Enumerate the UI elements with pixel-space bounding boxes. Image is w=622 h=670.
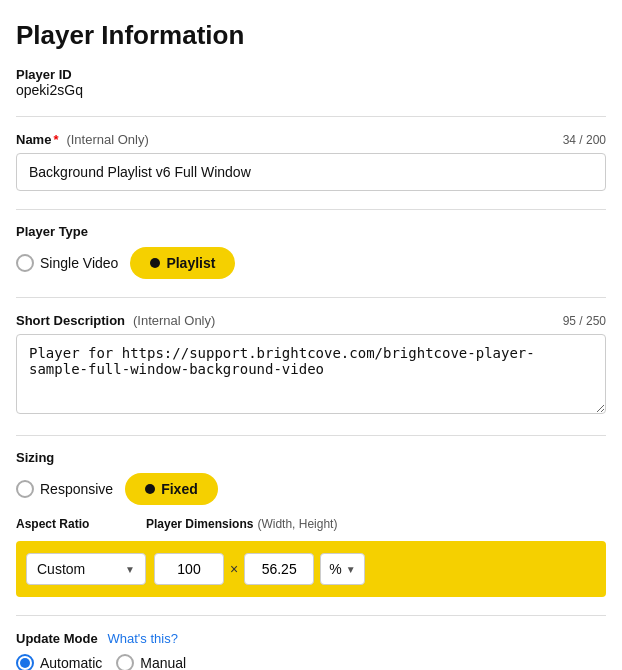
short-description-section: Short Description (Internal Only) 95 / 2… xyxy=(16,312,606,417)
update-mode-label: Update Mode xyxy=(16,631,98,646)
player-type-row: Single Video Playlist xyxy=(16,247,606,279)
fixed-label: Fixed xyxy=(161,481,198,497)
radio-automatic[interactable]: Automatic xyxy=(16,654,102,670)
radio-single-video[interactable]: Single Video xyxy=(16,254,118,272)
radio-responsive[interactable]: Responsive xyxy=(16,480,113,498)
radio-fixed-button[interactable]: Fixed xyxy=(125,473,218,505)
name-row: Name* (Internal Only) 34 / 200 xyxy=(16,131,606,147)
radio-responsive-circle xyxy=(16,480,34,498)
width-input[interactable] xyxy=(154,553,224,585)
radio-manual-circle xyxy=(116,654,134,670)
radio-automatic-circle xyxy=(16,654,34,670)
player-id-label: Player ID xyxy=(16,67,606,82)
height-input[interactable] xyxy=(244,553,314,585)
sizing-label: Sizing xyxy=(16,450,606,465)
unit-select[interactable]: % ▼ xyxy=(320,553,364,585)
player-id-value: opeki2sGq xyxy=(16,82,606,98)
short-desc-label: Short Description (Internal Only) xyxy=(16,312,215,328)
short-desc-row: Short Description (Internal Only) 95 / 2… xyxy=(16,312,606,328)
divider-3 xyxy=(16,297,606,298)
playlist-dot xyxy=(150,258,160,268)
name-input[interactable] xyxy=(16,153,606,191)
radio-responsive-label: Responsive xyxy=(40,481,113,497)
update-mode-options: Automatic Manual xyxy=(16,654,606,670)
player-type-label: Player Type xyxy=(16,224,606,239)
radio-manual[interactable]: Manual xyxy=(116,654,186,670)
unit-value: % xyxy=(329,561,341,577)
player-dimensions-header: Player Dimensions xyxy=(146,517,253,531)
player-type-section: Player Type Single Video Playlist xyxy=(16,224,606,279)
divider-1 xyxy=(16,116,606,117)
divider-4 xyxy=(16,435,606,436)
ar-header: Aspect Ratio Player Dimensions (Width, H… xyxy=(16,517,606,531)
name-section: Name* (Internal Only) 34 / 200 xyxy=(16,131,606,191)
radio-automatic-label: Automatic xyxy=(40,655,102,670)
aspect-ratio-value: Custom xyxy=(37,561,85,577)
unit-arrow: ▼ xyxy=(346,564,356,575)
radio-single-video-circle xyxy=(16,254,34,272)
short-description-input[interactable]: Player for https://support.brightcove.co… xyxy=(16,334,606,414)
player-dimensions-sublabel: (Width, Height) xyxy=(257,517,337,531)
fixed-dot xyxy=(145,484,155,494)
divider-5 xyxy=(16,615,606,616)
whats-this-link[interactable]: What's this? xyxy=(108,631,178,646)
playlist-label: Playlist xyxy=(166,255,215,271)
page-title: Player Information xyxy=(16,20,606,51)
aspect-dimensions-container: Aspect Ratio Player Dimensions (Width, H… xyxy=(16,517,606,597)
sizing-row: Responsive Fixed xyxy=(16,473,606,505)
aspect-ratio-row: Custom ▼ × % ▼ xyxy=(16,541,606,597)
radio-manual-label: Manual xyxy=(140,655,186,670)
dimensions-separator: × xyxy=(230,561,238,577)
aspect-ratio-select[interactable]: Custom ▼ xyxy=(26,553,146,585)
sizing-section: Sizing Responsive Fixed Aspect Ratio Pla… xyxy=(16,450,606,597)
aspect-ratio-header: Aspect Ratio xyxy=(16,517,146,531)
update-mode-section: Update Mode What's this? Automatic Manua… xyxy=(16,630,606,670)
aspect-ratio-arrow: ▼ xyxy=(125,564,135,575)
radio-single-video-label: Single Video xyxy=(40,255,118,271)
divider-2 xyxy=(16,209,606,210)
name-char-count: 34 / 200 xyxy=(563,133,606,147)
short-desc-char-count: 95 / 250 xyxy=(563,314,606,328)
update-mode-label-row: Update Mode What's this? xyxy=(16,630,606,646)
name-label: Name* (Internal Only) xyxy=(16,131,149,147)
radio-playlist-button[interactable]: Playlist xyxy=(130,247,235,279)
player-id-section: Player ID opeki2sGq xyxy=(16,67,606,98)
dimensions-group: × % ▼ xyxy=(154,553,596,585)
